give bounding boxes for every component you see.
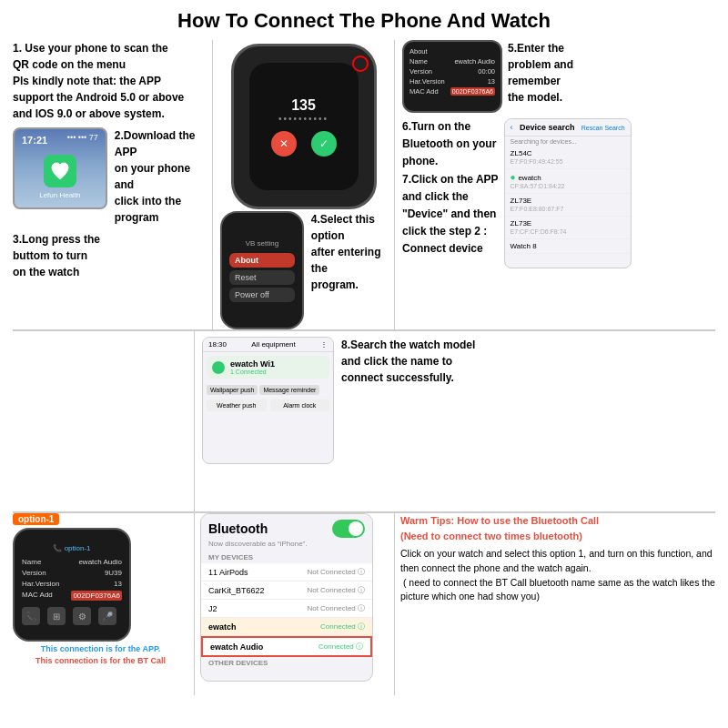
cf-green-dot <box>212 361 225 374</box>
about-harversion-label: Har.Version <box>410 77 445 86</box>
bluetooth-settings-image: Bluetooth Now discoverable as “iPhone”. … <box>200 513 373 682</box>
bt-settings-icon: ⚙ <box>73 607 91 625</box>
ds-device-1[interactable]: ZL54CE7:F0:F0:49:42:55 <box>505 147 631 169</box>
option-tag: option-1 <box>13 513 59 525</box>
about-version-row: Version 00:00 <box>410 67 495 76</box>
cf-row2: Weather push Alarm clock <box>203 398 333 413</box>
watch-menu-about: About <box>229 253 295 268</box>
bt-device-airpods[interactable]: 11 AirPods Not Connected ⓘ <box>201 563 372 581</box>
main-title: How To Connect The Phone And Watch <box>13 9 715 33</box>
watch-menu-image: VB setting About Reset Power off <box>220 211 304 329</box>
about-mac-row: MAC Add 002DF0376A6 <box>410 87 495 96</box>
watch-green-btn: ✓ <box>311 131 337 157</box>
step67-text: 6.Turn on theBluetooth on yourphone.7.Cl… <box>402 118 499 258</box>
watch-screen: 135 •••••••••• ✕ ✓ <box>249 63 359 190</box>
bt-mic-icon: 🎤 <box>98 607 116 625</box>
cf-btn-weather[interactable]: Weather push <box>207 399 267 411</box>
cf-header: 18:30 All equipment ⋮ <box>203 338 333 352</box>
about-version-val: 00:00 <box>478 67 495 76</box>
about-name-row: Name ewatch Audio <box>410 57 495 66</box>
bt-my-devices-label: MY DEVICES <box>201 551 372 563</box>
bt-version-row: Version9U39 <box>22 569 122 577</box>
connection-app-label: This connection is for the APP. <box>13 644 188 653</box>
bt-grid-icon: ⊞ <box>47 607 66 625</box>
bt-settings-header: Bluetooth <box>201 514 372 540</box>
watch-dots: •••••••••• <box>278 114 329 124</box>
ds-device-2[interactable]: ewatchCF:8A:57:D1:84:22 <box>505 169 631 194</box>
watch-menu-poweroff: Power off <box>229 288 295 302</box>
top-section: 1. Use your phone to scan theQR code on … <box>13 40 715 331</box>
watch-red-btn: ✕ <box>271 131 297 157</box>
bt-j2-status: Not Connected ⓘ <box>307 603 365 613</box>
app-icon <box>44 155 76 187</box>
watch-about-image: About Name ewatch Audio Version 00:00 Ha… <box>402 40 502 113</box>
cf-device-name: ewatch Wi1 <box>230 359 275 369</box>
bt-icons-row: 📞 ⊞ ⚙ 🎤 <box>22 607 122 625</box>
ds-device-3[interactable]: ZL73EE7:F0:E8:80:67:F7 <box>505 194 631 217</box>
bt-subtitle: Now discoverable as “iPhone”. <box>201 540 372 551</box>
phone-time: 17:21 <box>22 135 47 146</box>
cf-time: 18:30 <box>208 340 227 349</box>
bt-har-row: Har.Version13 <box>22 580 122 588</box>
watch-time: 135 <box>291 97 316 114</box>
about-name-val: ewatch Audio <box>454 57 495 66</box>
ds-device-4[interactable]: ZL73EE7:CF:CF:D6:F8:74 <box>505 217 631 239</box>
bt-j2-name: J2 <box>208 604 217 613</box>
top-col2: 135 •••••••••• ✕ ✓ VB setting About Rese… <box>213 40 395 329</box>
bt-ewatch-audio-status: Connected ⓘ <box>318 642 363 652</box>
about-harversion-row: Har.Version 13 <box>410 77 495 86</box>
heart-icon <box>49 160 71 182</box>
step8-text: 8.Search the watch modeland click the na… <box>341 337 475 386</box>
bt-airpods-name: 11 AirPods <box>208 568 248 577</box>
warm-body: Click on your watch and select this opti… <box>400 547 715 604</box>
bt-name-row: Nameewatch Audio <box>22 558 122 566</box>
bt-device-ewatch-audio[interactable]: ewatch Audio Connected ⓘ <box>201 636 372 657</box>
phone-screenshot: 17:21 ••• ••• 77 Lefun Health <box>13 127 107 209</box>
bt-carkit-status: Not Connected ⓘ <box>307 585 365 595</box>
phone-signal: ••• ••• 77 <box>67 133 98 142</box>
watch-menu-reset: Reset <box>229 270 295 285</box>
about-title-row: About <box>410 47 495 56</box>
bt-carkit-name: CarKit_BT6622 <box>208 586 265 595</box>
step1-text: 1. Use your phone to scan theQR code on … <box>13 40 205 122</box>
watch-circle-mark <box>352 56 369 72</box>
bottom-col1: option-1 📞 option-1 Nameewatch Audio Ver… <box>13 513 195 695</box>
bt-settings-title: Bluetooth <box>208 521 268 536</box>
step2-text: 2.Download the APPon your phone andclick… <box>115 127 205 226</box>
cf-title: All equipment <box>251 340 295 349</box>
step2-row: 17:21 ••• ••• 77 Lefun Health 2.Download… <box>13 127 205 226</box>
step5-container: About Name ewatch Audio Version 00:00 Ha… <box>402 40 715 113</box>
bt-device-ewatch[interactable]: ewatch Connected ⓘ <box>201 618 372 636</box>
watch-menu-title: VB setting <box>229 239 295 248</box>
app-label: Lefun Health <box>39 191 80 199</box>
ds-rescan[interactable]: Rescan Search <box>581 125 625 131</box>
cf-tab-wallpaper[interactable]: Wallpaper push <box>207 385 258 395</box>
bt-other-devices-label: OTHER DEVICES <box>201 657 372 669</box>
watch-btn-row: ✕ ✓ <box>271 131 337 157</box>
bt-phone-icon: 📞 <box>22 607 40 625</box>
mid-col2: 18:30 All equipment ⋮ ewatch Wi1 1 Conne… <box>195 331 715 511</box>
about-version-label: Version <box>410 67 432 76</box>
watch-image: 135 •••••••••• ✕ ✓ <box>231 44 377 209</box>
cf-device-status: 1 Connected <box>230 369 275 375</box>
bt-device-carkit[interactable]: CarKit_BT6622 Not Connected ⓘ <box>201 581 372 600</box>
ds-back: ‹ <box>511 123 513 132</box>
bt-mac-row: MAC Add002DF0376A6 <box>22 591 122 601</box>
bt-device-j2[interactable]: J2 Not Connected ⓘ <box>201 600 372 618</box>
ds-device-5[interactable]: Watch 8 <box>505 239 631 254</box>
bt-watch-title: 📞 option-1 <box>22 544 122 552</box>
bt-toggle[interactable] <box>332 520 365 538</box>
bottom-col2: Bluetooth Now discoverable as “iPhone”. … <box>195 513 395 695</box>
cf-tab-message[interactable]: Message reminder <box>259 385 319 395</box>
ds-searching: Searching for devices... <box>505 136 631 147</box>
page: How To Connect The Phone And Watch 1. Us… <box>0 0 728 728</box>
mid-section: 18:30 All equipment ⋮ ewatch Wi1 1 Conne… <box>13 331 715 513</box>
step4-text: 4.Select this optionafter entering thepr… <box>311 211 387 293</box>
bt-watch-image: 📞 option-1 Nameewatch Audio Version9U39 … <box>13 528 131 642</box>
warm-tips: Warm Tips: How to use the Bluetooth Call… <box>400 513 715 604</box>
bt-ewatch-name: ewatch <box>208 622 237 632</box>
top-col3: About Name ewatch Audio Version 00:00 Ha… <box>395 40 715 329</box>
cf-btn-alarm[interactable]: Alarm clock <box>270 399 330 411</box>
step3-text: 3.Long press thebuttom to turnon the wat… <box>13 231 205 280</box>
cf-device-info: ewatch Wi1 1 Connected <box>230 359 275 375</box>
